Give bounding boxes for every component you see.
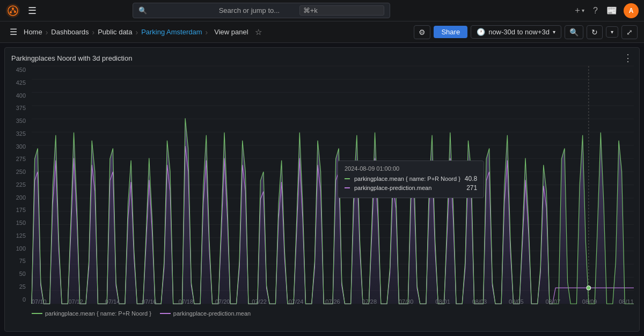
chart-svg	[32, 66, 634, 304]
navbar-dashboards[interactable]: Dashboards	[51, 28, 89, 36]
plus-icon: ＋	[573, 5, 582, 16]
x-label-0710: 07/10	[32, 298, 47, 305]
help-icon: ?	[593, 6, 598, 16]
navbar: ☰ Home › Dashboards › Public data › Park…	[0, 21, 644, 43]
y-label-125: 125	[16, 233, 26, 239]
breadcrumb-sep-4: ›	[206, 28, 208, 36]
x-label-0712: 07/12	[68, 298, 83, 305]
breadcrumb-sep-2: ›	[92, 28, 94, 36]
navbar-home[interactable]: Home	[24, 28, 42, 36]
zoom-out-button[interactable]: 🔍	[565, 25, 583, 39]
svg-point-26	[587, 286, 591, 290]
y-label-225: 225	[16, 182, 26, 188]
avatar[interactable]: A	[624, 3, 639, 18]
y-label-75: 75	[19, 258, 26, 264]
refresh-button[interactable]: ↻	[587, 25, 603, 39]
search-bar[interactable]: 🔍 Search or jump to... ⌘+k	[133, 3, 390, 18]
y-label-175: 175	[16, 207, 26, 213]
search-icon: 🔍	[138, 6, 216, 14]
x-label-0720: 07/20	[215, 298, 230, 305]
topbar-right: ＋ ▾ ? 📰 A	[571, 3, 639, 18]
legend: parkingplace.mean { name: P+R Noord } pa…	[5, 308, 277, 319]
y-label-150: 150	[16, 220, 26, 226]
breadcrumb-sep-1: ›	[46, 28, 48, 36]
panel-header: Parkingplaces Noord with 3d prediction ⋮	[5, 48, 639, 66]
zoom-options-button[interactable]: ▾	[606, 26, 618, 38]
svg-point-2	[12, 8, 14, 10]
y-label-300: 300	[16, 144, 26, 150]
time-range-button[interactable]: 🕐 now-30d to now+3d ▾	[471, 25, 561, 39]
clock-icon: 🕐	[477, 28, 485, 36]
y-label-375: 375	[16, 105, 26, 111]
legend-color-2	[160, 313, 171, 314]
legend-item-2: parkingplace-prediction.mean	[160, 310, 251, 317]
legend-color-1	[32, 313, 42, 314]
view-panel-button[interactable]: View panel	[211, 27, 251, 37]
search-placeholder: Search or jump to...	[219, 6, 296, 14]
x-label-0811: 08/11	[619, 298, 634, 305]
x-label-0722: 07/22	[252, 298, 267, 305]
new-button[interactable]: ＋ ▾	[571, 3, 587, 18]
star-button[interactable]: ☆	[255, 27, 262, 37]
grafana-logo	[5, 3, 20, 18]
x-label-0807: 08/07	[545, 298, 560, 305]
x-label-0714: 07/14	[105, 298, 120, 305]
y-label-350: 350	[16, 118, 26, 124]
svg-point-3	[14, 11, 16, 13]
navbar-public-data[interactable]: Public data	[98, 28, 132, 36]
y-label-425: 425	[16, 80, 26, 86]
y-label-325: 325	[16, 131, 26, 137]
x-label-0726: 07/26	[325, 298, 340, 305]
time-range-label: now-30d to now+3d	[488, 28, 550, 36]
news-icon: 📰	[606, 5, 617, 16]
x-label-0716: 07/16	[142, 298, 157, 305]
x-label-0718: 07/18	[179, 298, 194, 305]
x-label-0730: 07/30	[399, 298, 414, 305]
x-label-0805: 08/05	[509, 298, 524, 305]
x-label-0803: 08/03	[472, 298, 487, 305]
menu-button[interactable]: ☰	[25, 3, 40, 19]
navbar-parking-amsterdam[interactable]: Parking Amsterdam	[141, 28, 202, 36]
search-shortcut: ⌘+k	[299, 5, 384, 16]
y-label-275: 275	[16, 156, 26, 162]
expand-button[interactable]: ⤢	[621, 25, 638, 39]
svg-point-4	[10, 11, 12, 13]
navbar-right: ⚙ Share 🕐 now-30d to now+3d ▾ 🔍 ↻ ▾ ⤢	[414, 25, 638, 39]
breadcrumb-sep-3: ›	[135, 28, 138, 36]
share-button[interactable]: Share	[434, 26, 467, 38]
legend-label-1: parkingplace.mean { name: P+R Noord }	[45, 310, 151, 317]
legend-label-2: parkingplace-prediction.mean	[173, 310, 251, 317]
y-label-100: 100	[16, 246, 26, 252]
sidebar-toggle-button[interactable]: ☰	[6, 25, 20, 39]
y-label-50: 50	[19, 271, 26, 277]
x-label-0724: 07/24	[289, 298, 304, 305]
y-label-450: 450	[16, 67, 26, 73]
panel: Parkingplaces Noord with 3d prediction ⋮…	[4, 47, 640, 332]
y-label-400: 400	[16, 93, 26, 99]
y-label-25: 25	[19, 284, 26, 290]
x-label-0728: 07/28	[362, 298, 377, 305]
chevron-down-icon: ▾	[582, 8, 584, 13]
panel-title: Parkingplaces Noord with 3d prediction	[11, 54, 132, 62]
y-label-250: 250	[16, 169, 26, 175]
x-label-0801: 08/01	[435, 298, 450, 305]
y-label-200: 200	[16, 195, 26, 201]
settings-button[interactable]: ⚙	[414, 25, 430, 39]
x-axis: 07/10 07/12 07/14 07/16 07/18 07/20 07/2…	[32, 298, 634, 305]
topbar: ☰ 🔍 Search or jump to... ⌘+k ＋ ▾ ? 📰 A	[0, 0, 644, 21]
x-label-0809: 08/09	[582, 298, 597, 305]
chevron-down-icon: ▾	[553, 29, 555, 35]
news-button[interactable]: 📰	[604, 3, 619, 18]
panel-menu-button[interactable]: ⋮	[623, 52, 633, 64]
chart-container: 450 425 400 375 350 325 300 275 250 225 …	[5, 66, 639, 320]
y-axis: 450 425 400 375 350 325 300 275 250 225 …	[5, 66, 29, 304]
y-label-0: 0	[23, 297, 26, 303]
help-button[interactable]: ?	[591, 4, 600, 18]
legend-item-1: parkingplace.mean { name: P+R Noord }	[32, 310, 151, 317]
